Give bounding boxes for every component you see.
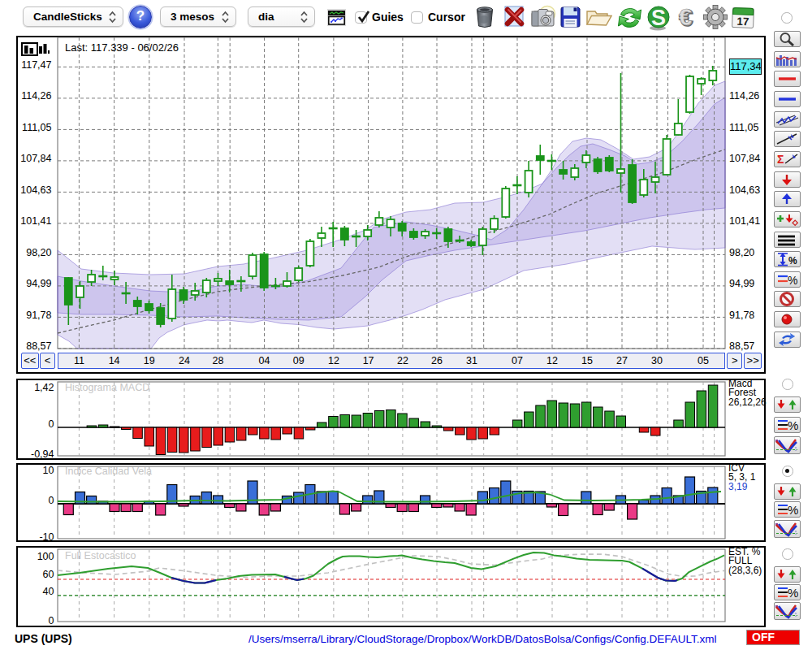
svg-text:S: S — [651, 6, 666, 30]
svg-text:17: 17 — [736, 15, 749, 28]
svg-text:%: % — [788, 255, 797, 266]
svg-text:%: % — [788, 503, 798, 517]
svg-text:Σ: Σ — [777, 153, 784, 166]
svg-text:€: € — [679, 4, 693, 30]
svg-text:%: % — [788, 586, 798, 600]
svg-text:%: % — [788, 274, 797, 287]
svg-text:%: % — [788, 418, 798, 432]
